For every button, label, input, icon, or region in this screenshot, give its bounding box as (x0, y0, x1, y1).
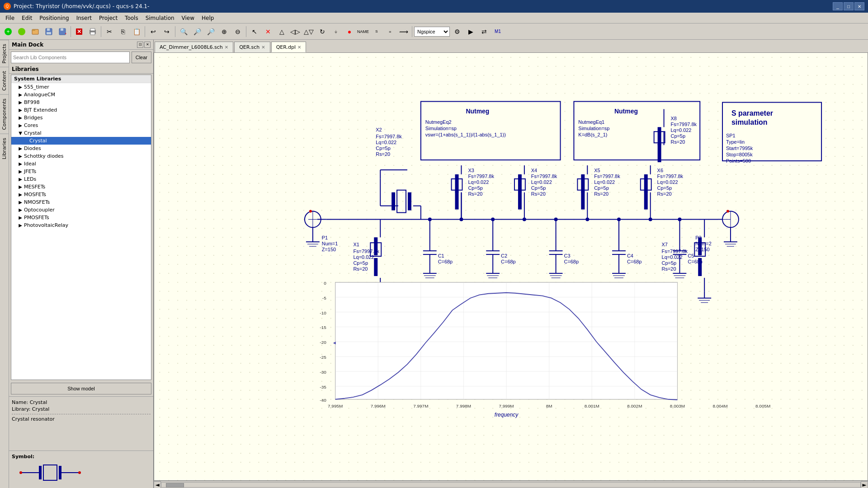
tree-item-crystal-leaf[interactable]: Crystal (11, 137, 151, 145)
menu-insert[interactable]: Insert (73, 14, 95, 22)
tab-qer-sch[interactable]: QER.sch ✕ (234, 42, 270, 52)
tree-item-cores[interactable]: ▶ Cores (11, 122, 151, 129)
horizontal-scroll-track[interactable] (161, 482, 861, 488)
svg-text:8M: 8M (546, 404, 552, 408)
cut-button[interactable]: ✂ (103, 25, 116, 38)
menu-project[interactable]: Project (95, 14, 121, 22)
print-button[interactable] (86, 25, 99, 38)
m1-button[interactable]: M1 (491, 25, 504, 38)
maximize-button[interactable]: □ (844, 2, 854, 10)
scroll-left-button[interactable]: ◄ (154, 481, 161, 488)
open-project-button[interactable] (15, 25, 28, 38)
side-tabs: Projects Content Components Libraries (0, 40, 9, 488)
zoom-in-button[interactable]: 🔎 (204, 25, 217, 38)
simulator-select[interactable]: Ngspice Xyce SpectreRF (414, 27, 450, 37)
undo-button[interactable]: ↩ (147, 25, 160, 38)
svg-text:Rs=20: Rs=20 (531, 191, 546, 197)
tab-qer-dpl[interactable]: QER.dpl ✕ (271, 42, 307, 52)
menu-simulation[interactable]: Simulation (142, 14, 178, 22)
zoom-100-button[interactable]: ⊖ (231, 25, 244, 38)
save-as-button[interactable]: + (56, 25, 69, 38)
save-button[interactable] (42, 25, 55, 38)
tree-label: AnalogueCM (24, 92, 151, 98)
port-button[interactable]: ● (343, 25, 356, 38)
tab-projects[interactable]: Projects (0, 40, 9, 67)
tree-item-crystal[interactable]: ▼ Crystal (11, 129, 151, 137)
stop-button[interactable]: ⇄ (478, 25, 491, 38)
titlebar-left: Q Project: Thyristor (/home/vvk/.qucs) -… (4, 3, 149, 10)
redo-button[interactable]: ↪ (160, 25, 173, 38)
ground-button[interactable]: ⏚ (330, 25, 342, 38)
svg-text:K=dB(s_2_1): K=dB(s_2_1) (578, 132, 607, 137)
menu-help[interactable]: Help (198, 14, 217, 22)
tree-item-bf998[interactable]: ▶ BF998 (11, 99, 151, 106)
new-project-button[interactable]: + (2, 25, 14, 38)
tab-qer-dpl-close[interactable]: ✕ (297, 45, 301, 50)
rotate-button[interactable]: ↻ (316, 25, 329, 38)
tree-item-pmosfets[interactable]: ▶ PMOSFETs (11, 214, 151, 221)
tab-libraries[interactable]: Libraries (0, 134, 9, 163)
scroll-right-button[interactable]: ► (861, 481, 868, 488)
tree-item-bridges[interactable]: ▶ Bridges (11, 114, 151, 122)
horizontal-scrollbar[interactable]: ◄ ► (154, 481, 868, 488)
tree-item-nmosfets[interactable]: ▶ NMOSFETs (11, 198, 151, 206)
tree-item-mosfets[interactable]: ▶ MOSFETs (11, 191, 151, 198)
menu-positioning[interactable]: Positioning (36, 14, 72, 22)
tree-item-schottky[interactable]: ▶ Schottky diodes (11, 152, 151, 160)
tree-item-diodes[interactable]: ▶ Diodes (11, 145, 151, 152)
zoom-fit-button[interactable]: 🔍 (177, 25, 190, 38)
svg-text:-15: -15 (320, 325, 326, 330)
panel-float-button[interactable]: ⊡ (137, 42, 143, 48)
close-button[interactable]: ✕ (854, 2, 864, 10)
close-button-tb[interactable]: ✕ (73, 25, 85, 38)
tree-item-photovoltaic[interactable]: ▶ PhotovoltaicRelay (11, 221, 151, 229)
tree-item-optocoupler[interactable]: ▶ Optocoupler (11, 206, 151, 214)
clear-button[interactable]: Clear (132, 52, 151, 63)
symbol-area: Symbol: (9, 450, 153, 488)
zoom-custom-button[interactable]: ⊕ (218, 25, 231, 38)
show-model-button[interactable]: Show model (11, 383, 151, 394)
search-input[interactable] (11, 52, 130, 63)
menu-view[interactable]: View (178, 14, 198, 22)
horizontal-scroll-thumb[interactable] (166, 483, 184, 488)
mirror-y-button[interactable]: △▽ (302, 25, 315, 38)
probe-button[interactable]: ⟿ (397, 25, 410, 38)
run-button[interactable]: ▶ (464, 25, 477, 38)
copy-button[interactable]: ⎘ (117, 25, 129, 38)
library-tree[interactable]: System Libraries ▶ 555_timer ▶ AnalogueC… (11, 75, 151, 380)
equation-button[interactable]: = (384, 25, 396, 38)
tab-ac-dimmer[interactable]: AC_Dimmer_L6008L6.sch ✕ (155, 42, 233, 52)
tree-item-bjt-extended[interactable]: ▶ BJT Extended (11, 106, 151, 114)
spice-button[interactable]: S (370, 25, 383, 38)
open-file-button[interactable] (29, 25, 42, 38)
tree-item-ideal[interactable]: ▶ Ideal (11, 160, 151, 168)
wire-button[interactable]: △ (275, 25, 288, 38)
mirror-x-button[interactable]: ◁▷ (289, 25, 302, 38)
net-label-button[interactable]: NAME (357, 25, 369, 38)
delete-button[interactable]: ✕ (262, 25, 274, 38)
panel-header-buttons: ⊡ ✕ (137, 42, 151, 48)
zoom-out-button[interactable]: 🔎 (191, 25, 203, 38)
sim-settings-button[interactable]: ⚙ (451, 25, 463, 38)
menu-edit[interactable]: Edit (18, 14, 36, 22)
menu-file[interactable]: File (2, 14, 18, 22)
svg-rect-9 (61, 28, 63, 31)
tree-label: PMOSFETs (24, 215, 151, 221)
tree-label: 555_timer (24, 84, 151, 90)
tree-item-mesfets[interactable]: ▶ MESFETs (11, 183, 151, 191)
tree-item-leds[interactable]: ▶ LEDs (11, 175, 151, 183)
tab-qer-sch-close[interactable]: ✕ (261, 45, 265, 50)
tab-ac-dimmer-close[interactable]: ✕ (225, 45, 228, 50)
tab-content[interactable]: Content (0, 67, 9, 94)
paste-button[interactable]: 📋 (130, 25, 143, 38)
tree-item-555_timer[interactable]: ▶ 555_timer (11, 83, 151, 91)
tree-item-jfets[interactable]: ▶ JFETs (11, 168, 151, 175)
schematic-canvas[interactable]: S parameter simulation SP1 Type=lin Star… (154, 52, 868, 481)
minimize-button[interactable]: _ (833, 2, 843, 10)
menu-tools[interactable]: Tools (121, 14, 142, 22)
tree-item-analoguecm[interactable]: ▶ AnalogueCM (11, 91, 151, 99)
component-name: Name: Crystal (12, 399, 151, 405)
panel-close-button[interactable]: ✕ (144, 42, 151, 48)
tab-components[interactable]: Components (0, 94, 9, 134)
select-button[interactable]: ↖ (248, 25, 261, 38)
